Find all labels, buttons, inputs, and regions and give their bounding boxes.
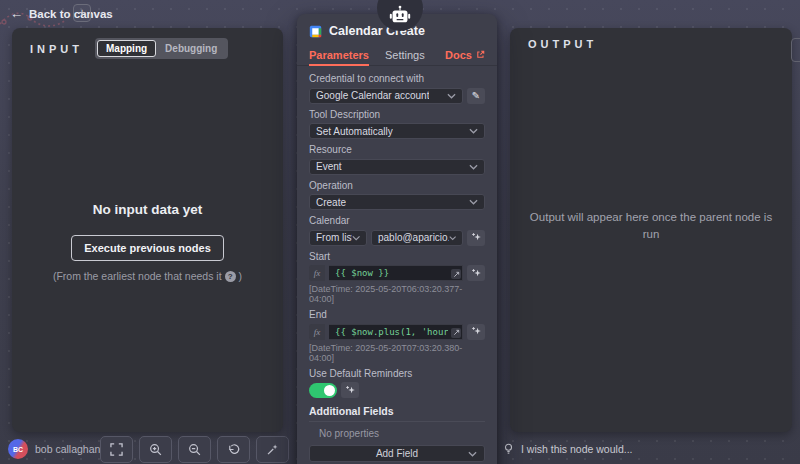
add-node-button[interactable]: + [73, 4, 91, 22]
input-hint-suffix: ) [239, 270, 243, 282]
start-label: Start [309, 251, 485, 263]
output-empty-text: Output will appear here once the parent … [526, 209, 776, 244]
fx-prefix: fx [309, 324, 325, 340]
end-expression-input[interactable]: {{ $now.plus(1, 'hour') }} [329, 324, 463, 340]
chevron-down-icon [449, 235, 456, 241]
avatar[interactable]: BC [8, 439, 28, 459]
input-view-switch: Mapping Debugging [95, 38, 228, 59]
tab-settings[interactable]: Settings [385, 44, 425, 65]
sparkles-icon [345, 385, 356, 396]
canvas-toolbar [100, 436, 289, 463]
chevron-down-icon [447, 93, 456, 99]
sparkles-icon [471, 232, 482, 243]
chevron-down-icon [469, 199, 478, 205]
zoom-to-fit-button[interactable] [100, 436, 133, 463]
help-icon[interactable]: ? [225, 271, 236, 282]
input-panel: INPUT Mapping Debugging No input data ye… [12, 28, 283, 432]
no-properties-text: No properties [319, 428, 485, 439]
additional-fields-header: Additional Fields [309, 405, 485, 417]
operation-value: Create [316, 197, 346, 208]
ai-fill-button[interactable] [467, 230, 485, 246]
node-feedback-input[interactable]: I wish this node would... [503, 443, 632, 455]
tidy-up-button[interactable] [256, 436, 289, 463]
credential-value: Google Calendar account [316, 90, 429, 101]
end-label: End [309, 309, 485, 321]
expand-expression-icon[interactable] [451, 328, 461, 338]
resource-select[interactable]: Event [309, 159, 485, 175]
calendar-value-select[interactable]: pablo@aparicio.me [371, 230, 463, 246]
calendar-mode-select[interactable]: From list [309, 230, 367, 246]
external-link-icon [476, 50, 485, 59]
zoom-out-icon [188, 443, 201, 456]
start-expression-input[interactable]: {{ $now }} [329, 265, 463, 281]
zoom-in-icon [149, 443, 162, 456]
ai-fill-button[interactable] [467, 324, 485, 340]
chevron-down-icon [352, 235, 360, 241]
calendar-mode-value: From list [316, 232, 352, 243]
output-panel: OUTPUT Output will appear here once the … [510, 28, 792, 432]
tool-description-value: Set Automatically [316, 126, 393, 137]
calendar-value: pablo@aparicio.me [378, 232, 449, 243]
ai-fill-button[interactable] [467, 265, 485, 281]
use-default-reminders-toggle[interactable] [309, 383, 337, 398]
output-panel-title: OUTPUT [528, 38, 597, 50]
expand-expression-icon[interactable] [451, 269, 461, 279]
back-to-canvas-label: Back to canvas [29, 8, 113, 20]
google-calendar-icon [309, 25, 322, 38]
tab-debugging[interactable]: Debugging [156, 40, 226, 57]
sparkles-icon [471, 326, 482, 337]
pin-data-button-partial[interactable] [791, 38, 800, 62]
input-hint-text: (From the earliest node that needs it [53, 270, 222, 282]
node-settings-modal: Calendar Create Parameters Settings Docs… [297, 14, 497, 464]
operation-select[interactable]: Create [309, 194, 485, 210]
docs-link[interactable]: Docs [445, 49, 485, 61]
tool-description-label: Tool Description [309, 109, 485, 121]
start-datetime-hint: [DateTime: 2025-05-20T06:03:20.377-04:00… [309, 284, 485, 304]
pencil-icon: ✎ [472, 90, 480, 101]
zoom-out-button[interactable] [178, 436, 211, 463]
tidy-up-wand-icon [266, 443, 279, 456]
back-arrow-icon: ← [10, 7, 23, 20]
chevron-down-icon [468, 451, 477, 457]
tool-description-select[interactable]: Set Automatically [309, 123, 485, 139]
input-panel-title: INPUT [30, 43, 83, 55]
end-expression: {{ $now.plus(1, 'hour') }} [335, 327, 448, 337]
credential-label: Credential to connect with [309, 73, 485, 85]
credential-select[interactable]: Google Calendar account [309, 88, 463, 104]
fx-prefix: fx [309, 265, 325, 281]
zoom-in-button[interactable] [139, 436, 172, 463]
execute-previous-nodes-button[interactable]: Execute previous nodes [71, 235, 224, 261]
docs-label: Docs [445, 49, 472, 61]
undo-icon [227, 443, 240, 456]
back-to-canvas-button[interactable]: ← Back to canvas [10, 7, 113, 20]
sparkles-icon [471, 268, 482, 279]
chevron-down-icon [469, 128, 478, 134]
start-expression: {{ $now }} [335, 268, 389, 278]
tab-parameters[interactable]: Parameters [309, 44, 369, 65]
fit-view-icon [110, 443, 123, 456]
divider [309, 421, 485, 422]
operation-label: Operation [309, 180, 485, 192]
user-name: bob callaghan [35, 443, 100, 455]
calendar-label: Calendar [309, 215, 485, 227]
resource-value: Event [316, 161, 342, 172]
resource-label: Resource [309, 144, 485, 156]
use-default-reminders-label: Use Default Reminders [309, 368, 485, 380]
add-field-label: Add Field [376, 448, 418, 459]
undo-button[interactable] [217, 436, 250, 463]
input-hint: (From the earliest node that needs it ? … [12, 270, 283, 282]
no-input-title: No input data yet [12, 202, 283, 217]
end-datetime-hint: [DateTime: 2025-05-20T07:03:20.380-04:00… [309, 343, 485, 363]
add-field-button[interactable]: Add Field [309, 445, 485, 462]
ai-fill-button[interactable] [341, 382, 359, 398]
lightbulb-icon [503, 443, 514, 455]
tab-mapping[interactable]: Mapping [97, 40, 156, 57]
edit-credential-button[interactable]: ✎ [467, 88, 485, 104]
wish-placeholder: I wish this node would... [521, 443, 632, 455]
chevron-down-icon [469, 164, 478, 170]
